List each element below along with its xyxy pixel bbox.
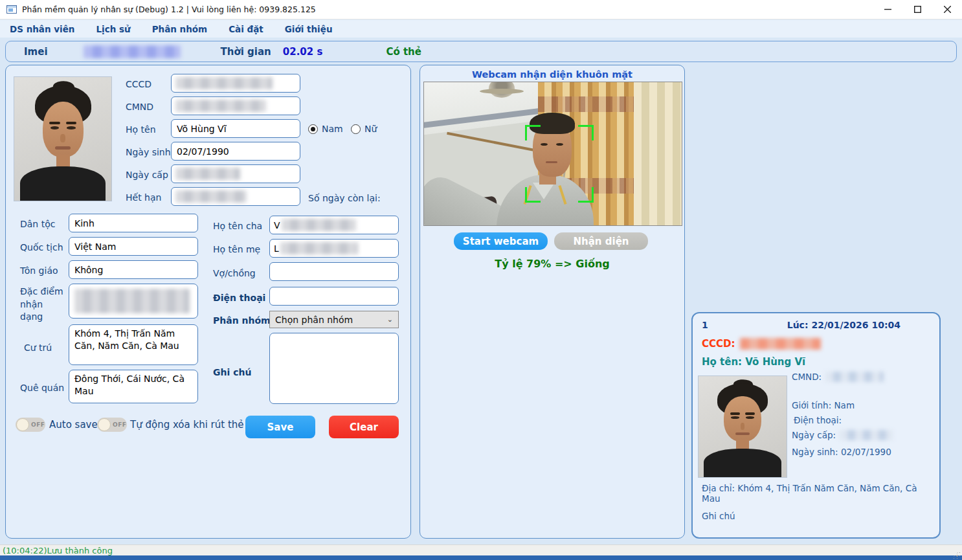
religion-label: Tôn giáo	[20, 265, 58, 276]
residence-input[interactable]: Khóm 4, Thị Trấn Năm Căn, Năm Căn, Cà Ma…	[69, 324, 198, 365]
result-cmnd-row: CMND:	[792, 372, 884, 382]
recognition-result-card: 1 Lúc: 22/01/2026 10:04 CCCD: Họ tên: Võ…	[691, 312, 941, 539]
traits-label: Đặc điểm nhận dạng	[20, 286, 65, 324]
title-bar: Phần mềm quản lý nhân sự (Debug) 1.2 | V…	[0, 0, 962, 19]
result-gender: Giới tính: Nam	[792, 400, 855, 410]
traits-input[interactable]	[69, 284, 198, 319]
menu-item-cai-dat[interactable]: Cài đặt	[229, 24, 263, 34]
result-index: 1	[702, 320, 708, 330]
result-issue-row: Ngày cấp:	[792, 430, 893, 440]
days-left-label: Số ngày còn lại:	[308, 193, 381, 203]
auto-clear-label: Tự động xóa khi rút thẻ	[130, 419, 244, 431]
ethnicity-label: Dân tộc	[20, 219, 55, 229]
phone-input[interactable]	[269, 287, 399, 306]
hometown-label: Quê quán	[20, 383, 64, 393]
result-cccd-row: CCCD:	[702, 338, 821, 350]
nationality-input[interactable]	[69, 237, 198, 256]
result-issue-redacted	[840, 430, 893, 440]
nationality-label: Quốc tịch	[20, 242, 63, 252]
spouse-label: Vợ/chồng	[213, 268, 256, 278]
father-name-label: Họ tên cha	[213, 221, 262, 231]
start-webcam-button[interactable]: Start webcam	[454, 232, 548, 250]
status-message: (10:04:22)Lưu thành công	[3, 546, 113, 555]
note-label: Ghi chú	[213, 367, 251, 377]
menu-item-ds-nhan-vien[interactable]: DS nhân viên	[10, 24, 74, 34]
cccd-label: CCCD	[126, 79, 151, 89]
dob-label: Ngày sinh	[126, 147, 171, 157]
group-label: Phân nhóm	[213, 315, 271, 326]
menu-bar: DS nhân viên Lịch sử Phân nhóm Cài đặt G…	[0, 20, 962, 38]
expiry-label: Hết hạn	[126, 192, 161, 203]
mother-name-label: Họ tên mẹ	[213, 244, 260, 254]
webcam-panel-title: Webcam nhận diện khuôn mặt	[420, 69, 684, 80]
mother-name-input[interactable]: L	[269, 239, 399, 258]
result-cmnd-redacted	[825, 372, 884, 382]
window-title: Phần mềm quản lý nhân sự (Debug) 1.2 | V…	[22, 5, 316, 14]
auto-save-label: Auto save	[49, 419, 98, 431]
time-label: Thời gian	[221, 46, 271, 58]
dob-input[interactable]	[171, 142, 300, 161]
webcam-video-feed	[423, 82, 682, 226]
taskbar-edge	[0, 555, 962, 560]
cmnd-input[interactable]	[171, 96, 300, 115]
radio-selected-icon	[308, 124, 318, 134]
app-window: Phần mềm quản lý nhân sự (Debug) 1.2 | V…	[0, 0, 962, 560]
match-result-text: Tỷ lệ 79% => Giống	[420, 258, 684, 270]
expiry-input[interactable]	[171, 187, 300, 206]
group-select[interactable]: Chọn phân nhóm ⌄	[269, 311, 399, 328]
note-input[interactable]	[269, 333, 399, 404]
radio-unselected-icon	[351, 124, 361, 134]
employee-form-panel: CCCD CMND Họ tên Nam Nữ Ngày sinh Ngày c…	[5, 65, 411, 539]
father-name-input[interactable]: V	[269, 216, 399, 234]
imei-value-redacted	[84, 45, 181, 58]
menu-item-gioi-thieu[interactable]: Giới thiệu	[285, 24, 333, 34]
gender-male-radio[interactable]: Nam	[308, 124, 343, 134]
result-name: Họ tên: Võ Hùng Vĩ	[702, 356, 805, 368]
minimize-icon[interactable]	[873, 0, 902, 19]
ethnicity-input[interactable]	[69, 214, 198, 232]
imei-label: Imei	[24, 46, 48, 58]
residence-label: Cư trú	[24, 342, 52, 353]
menu-item-lich-su[interactable]: Lịch sử	[96, 24, 130, 34]
gender-female-radio[interactable]: Nữ	[351, 124, 377, 134]
fullname-input[interactable]	[171, 119, 300, 138]
app-icon	[6, 5, 17, 14]
issue-date-input[interactable]	[171, 164, 300, 183]
result-phone: Điện thoại:	[794, 415, 842, 425]
result-timestamp: Lúc: 22/01/2026 10:04	[787, 320, 900, 330]
result-note: Ghi chú	[702, 511, 735, 521]
employee-portrait-photo	[14, 76, 112, 201]
close-icon[interactable]	[932, 0, 962, 19]
result-address: Địa chỉ: Khóm 4, Thị Trấn Năm Căn, Năm C…	[702, 483, 935, 504]
cmnd-label: CMND	[126, 102, 153, 112]
maximize-icon[interactable]	[902, 0, 932, 19]
phone-label: Điện thoại	[213, 293, 265, 303]
toggle-knob-icon	[16, 418, 29, 431]
result-dob: Ngày sinh: 02/07/1990	[792, 447, 891, 457]
menu-item-phan-nhom[interactable]: Phân nhóm	[152, 24, 208, 34]
save-button[interactable]: Save	[245, 416, 315, 438]
card-present-status: Có thẻ	[386, 46, 421, 58]
religion-input[interactable]	[69, 260, 198, 279]
face-detection-bracket	[525, 125, 594, 203]
auto-save-toggle[interactable]: OFF	[16, 418, 45, 432]
clear-button[interactable]: Clear	[329, 416, 399, 438]
spouse-input[interactable]	[269, 262, 399, 281]
result-photo	[698, 375, 787, 478]
auto-clear-toggle[interactable]: OFF	[97, 418, 127, 432]
imei-status-bar: Imei Thời gian 02.02 s Có thẻ	[5, 41, 957, 62]
time-value: 02.02 s	[283, 46, 323, 58]
toggle-knob-icon	[98, 418, 111, 431]
detect-face-button[interactable]: Nhận diện	[554, 232, 648, 250]
hometown-input[interactable]: Đông Thới, Cái Nước, Cà Mau	[69, 370, 198, 403]
status-bar: (10:04:22)Lưu thành công	[0, 544, 962, 555]
issue-date-label: Ngày cấp	[126, 170, 168, 180]
fullname-label: Họ tên	[126, 124, 156, 135]
result-cccd-redacted	[740, 338, 821, 350]
cccd-input[interactable]	[171, 74, 300, 93]
webcam-panel: Webcam nhận diện khuôn mặt	[419, 65, 685, 539]
chevron-down-icon: ⌄	[387, 315, 393, 324]
